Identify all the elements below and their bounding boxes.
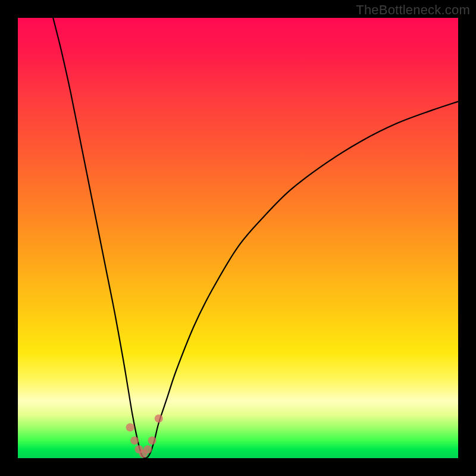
plot-area xyxy=(18,18,458,458)
marker-point xyxy=(130,436,139,444)
chart-canvas: TheBottleneck.com xyxy=(0,0,476,476)
near-optimum-markers xyxy=(126,414,163,458)
bottleneck-curve xyxy=(53,18,458,458)
curve-layer xyxy=(18,18,458,458)
marker-point xyxy=(148,436,156,444)
marker-point xyxy=(155,414,163,422)
watermark-text: TheBottleneck.com xyxy=(356,2,470,18)
marker-point xyxy=(126,423,134,431)
marker-point xyxy=(143,445,152,453)
